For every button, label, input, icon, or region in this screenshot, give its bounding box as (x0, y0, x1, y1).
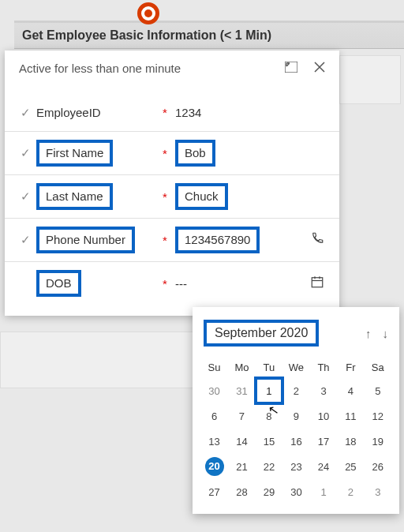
day-cell[interactable]: 8 (256, 403, 282, 429)
day-cell[interactable]: 18 (337, 429, 364, 454)
date-picker-month[interactable]: September 2020 (204, 320, 319, 347)
day-header: Su (200, 356, 228, 378)
day-cell[interactable]: 6 (200, 403, 228, 429)
dock-icon[interactable] (282, 62, 300, 75)
day-cell[interactable]: 26 (365, 454, 391, 479)
check-icon: ✓ (21, 146, 36, 160)
date-grid: SuMoTuWeThFrSa 3031123456789101112131415… (200, 356, 391, 504)
field-value[interactable]: 1234567890 (175, 227, 260, 253)
stage-title: Get Employee Basic Information (< 1 Min) (22, 28, 271, 42)
day-cell[interactable]: 25 (337, 454, 364, 479)
day-cell[interactable]: 23 (282, 454, 310, 479)
day-cell[interactable]: 10 (310, 403, 337, 429)
day-cell[interactable]: 2 (282, 378, 310, 403)
day-cell[interactable]: 22 (256, 454, 282, 479)
field-label: Last Name (36, 183, 113, 210)
next-month-icon[interactable]: ↓ (383, 327, 389, 340)
background-card (339, 55, 401, 104)
flyout-panel: Active for less than one minute ✓ Employ… (5, 51, 339, 316)
phone-icon[interactable] (306, 231, 328, 249)
day-cell[interactable]: 1 (256, 378, 282, 403)
prev-month-icon[interactable]: ↑ (365, 327, 372, 340)
day-header: We (282, 356, 310, 378)
day-cell[interactable]: 15 (256, 429, 282, 454)
timeline-node-icon (137, 2, 159, 24)
date-picker: September 2020 ↑ ↓ SuMoTuWeThFrSa 303112… (193, 307, 399, 514)
check-icon: ✓ (21, 106, 36, 120)
field-phone: ✓ Phone Number * 1234567890 (5, 219, 339, 262)
day-cell[interactable]: 14 (228, 429, 256, 454)
day-cell[interactable]: 28 (228, 479, 256, 504)
field-label: Phone Number (36, 227, 135, 253)
day-cell[interactable]: 31 (228, 378, 256, 403)
day-cell[interactable]: 24 (310, 454, 337, 479)
field-value[interactable]: --- (175, 277, 187, 290)
status-text: Active for less than one minute (19, 62, 271, 75)
day-header: Tu (256, 356, 282, 378)
day-cell[interactable]: 7 (228, 403, 256, 429)
required-mark: * (163, 190, 175, 204)
day-cell[interactable]: 3 (310, 378, 337, 403)
day-header: Fr (337, 356, 364, 378)
day-cell[interactable]: 13 (200, 429, 228, 454)
field-first-name: ✓ First Name * Bob (5, 132, 339, 175)
day-header: Th (310, 356, 337, 378)
day-cell[interactable]: 30 (282, 479, 310, 504)
calendar-icon[interactable] (306, 275, 328, 293)
field-label: First Name (36, 140, 113, 167)
day-cell[interactable]: 1 (310, 479, 337, 504)
field-employee-id: ✓ EmployeeID * 1234 (5, 94, 339, 132)
field-last-name: ✓ Last Name * Chuck (5, 175, 339, 219)
check-icon: ✓ (21, 233, 36, 247)
day-cell[interactable]: 20 (200, 454, 228, 479)
day-cell[interactable]: 16 (282, 429, 310, 454)
field-dob: DOB * --- (5, 262, 339, 305)
check-icon: ✓ (21, 189, 36, 204)
day-cell[interactable]: 2 (337, 479, 364, 504)
day-cell[interactable]: 9 (282, 403, 310, 429)
field-value[interactable]: Bob (175, 140, 215, 167)
required-mark: * (163, 147, 175, 160)
required-mark: * (163, 234, 175, 247)
day-header: Mo (228, 356, 256, 378)
stage-header[interactable]: Get Employee Basic Information (< 1 Min) (14, 23, 404, 49)
day-cell[interactable]: 12 (365, 403, 391, 429)
required-mark: * (163, 106, 175, 119)
field-value[interactable]: Chuck (175, 183, 228, 210)
day-cell[interactable]: 19 (365, 429, 391, 454)
field-label: DOB (36, 270, 81, 297)
day-cell[interactable]: 3 (365, 479, 391, 504)
day-cell[interactable]: 4 (337, 378, 364, 403)
day-cell[interactable]: 11 (337, 403, 364, 429)
field-label: EmployeeID (36, 106, 101, 119)
day-cell[interactable]: 5 (365, 378, 391, 403)
background-card (0, 332, 194, 388)
required-mark: * (163, 277, 175, 290)
day-cell[interactable]: 30 (200, 378, 228, 403)
day-cell[interactable]: 21 (228, 454, 256, 479)
day-cell[interactable]: 27 (200, 479, 228, 504)
svg-rect-1 (312, 277, 323, 287)
day-cell[interactable]: 29 (256, 479, 282, 504)
field-value[interactable]: 1234 (175, 106, 201, 119)
day-cell[interactable]: 17 (310, 429, 337, 454)
close-icon[interactable] (311, 62, 328, 75)
day-header: Sa (365, 356, 391, 378)
